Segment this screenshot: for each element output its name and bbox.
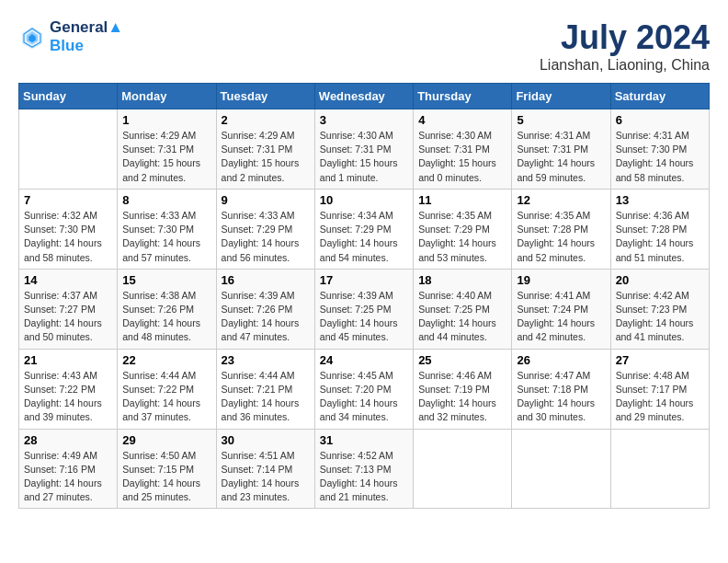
weekday-header: Monday [118,84,216,109]
sunrise: Sunrise: 4:52 AM [320,450,393,461]
day-info: Sunrise: 4:34 AM Sunset: 7:29 PM Dayligh… [320,209,408,265]
calendar-cell: 2 Sunrise: 4:29 AM Sunset: 7:31 PM Dayli… [216,109,314,190]
calendar-cell: 25 Sunrise: 4:46 AM Sunset: 7:19 PM Dayl… [414,349,512,429]
daylight: Daylight: 14 hours and 58 minutes. [616,157,694,182]
day-info: Sunrise: 4:51 AM Sunset: 7:14 PM Dayligh… [222,449,310,505]
sunset: Sunset: 7:30 PM [24,224,96,235]
calendar-cell: 26 Sunrise: 4:47 AM Sunset: 7:18 PM Dayl… [512,349,610,429]
sunset: Sunset: 7:15 PM [122,464,194,475]
day-info: Sunrise: 4:43 AM Sunset: 7:22 PM Dayligh… [24,369,112,425]
day-number: 11 [418,193,506,207]
day-info: Sunrise: 4:40 AM Sunset: 7:25 PM Dayligh… [418,289,506,345]
weekday-header: Thursday [414,84,512,109]
sunset: Sunset: 7:25 PM [418,304,490,315]
sunrise: Sunrise: 4:39 AM [222,290,295,301]
calendar-cell: 14 Sunrise: 4:37 AM Sunset: 7:27 PM Dayl… [19,269,118,349]
sunrise: Sunrise: 4:37 AM [24,290,97,301]
sunrise: Sunrise: 4:29 AM [222,130,295,141]
sunset: Sunset: 7:22 PM [24,384,96,395]
daylight: Daylight: 14 hours and 21 minutes. [320,477,398,502]
day-info: Sunrise: 4:32 AM Sunset: 7:30 PM Dayligh… [24,209,112,265]
calendar-cell: 28 Sunrise: 4:49 AM Sunset: 7:16 PM Dayl… [19,429,118,509]
day-info: Sunrise: 4:36 AM Sunset: 7:28 PM Dayligh… [616,209,704,265]
day-info: Sunrise: 4:42 AM Sunset: 7:23 PM Dayligh… [616,289,704,345]
daylight: Daylight: 14 hours and 45 minutes. [320,317,398,342]
calendar-cell: 30 Sunrise: 4:51 AM Sunset: 7:14 PM Dayl… [216,429,314,509]
sunset: Sunset: 7:27 PM [24,304,96,315]
daylight: Daylight: 14 hours and 57 minutes. [122,237,200,262]
sunrise: Sunrise: 4:35 AM [418,210,492,221]
daylight: Daylight: 14 hours and 23 minutes. [222,477,300,502]
day-number: 22 [122,353,210,367]
sunrise: Sunrise: 4:39 AM [320,290,393,301]
sunset: Sunset: 7:21 PM [222,384,293,395]
daylight: Daylight: 14 hours and 52 minutes. [517,237,595,262]
day-info: Sunrise: 4:46 AM Sunset: 7:19 PM Dayligh… [418,369,506,425]
sunset: Sunset: 7:28 PM [616,224,688,235]
sunrise: Sunrise: 4:45 AM [320,370,393,381]
sunrise: Sunrise: 4:36 AM [616,210,689,221]
day-number: 8 [122,193,210,207]
sunset: Sunset: 7:22 PM [122,384,194,395]
day-number: 15 [122,273,210,287]
daylight: Daylight: 15 hours and 1 minute. [320,157,398,182]
daylight: Daylight: 14 hours and 36 minutes. [222,397,300,422]
sunrise: Sunrise: 4:42 AM [616,290,689,301]
sunrise: Sunrise: 4:41 AM [517,290,590,301]
daylight: Daylight: 14 hours and 58 minutes. [24,237,102,262]
daylight: Daylight: 14 hours and 39 minutes. [24,397,102,422]
day-number: 17 [320,273,408,287]
sunrise: Sunrise: 4:33 AM [222,210,295,221]
sunset: Sunset: 7:29 PM [222,224,293,235]
logo: General▲ Blue [18,18,123,55]
day-number: 9 [222,193,310,207]
day-number: 16 [222,273,310,287]
calendar-cell: 19 Sunrise: 4:41 AM Sunset: 7:24 PM Dayl… [512,269,610,349]
daylight: Daylight: 14 hours and 48 minutes. [122,317,200,342]
daylight: Daylight: 14 hours and 42 minutes. [517,317,595,342]
location: Lianshan, Liaoning, China [540,57,710,74]
calendar-week-row: 14 Sunrise: 4:37 AM Sunset: 7:27 PM Dayl… [19,269,710,349]
sunrise: Sunrise: 4:48 AM [616,370,689,381]
sunrise: Sunrise: 4:46 AM [418,370,492,381]
day-info: Sunrise: 4:39 AM Sunset: 7:25 PM Dayligh… [320,289,408,345]
title-area: July 2024 Lianshan, Liaoning, China [540,18,710,74]
daylight: Daylight: 14 hours and 51 minutes. [616,237,694,262]
day-number: 6 [616,113,704,127]
sunset: Sunset: 7:19 PM [418,384,490,395]
day-info: Sunrise: 4:29 AM Sunset: 7:31 PM Dayligh… [122,129,210,185]
sunrise: Sunrise: 4:30 AM [320,130,393,141]
day-info: Sunrise: 4:33 AM Sunset: 7:30 PM Dayligh… [122,209,210,265]
calendar-cell: 23 Sunrise: 4:44 AM Sunset: 7:21 PM Dayl… [216,349,314,429]
sunrise: Sunrise: 4:31 AM [616,130,689,141]
day-number: 21 [24,353,112,367]
day-info: Sunrise: 4:45 AM Sunset: 7:20 PM Dayligh… [320,369,408,425]
sunrise: Sunrise: 4:38 AM [122,290,196,301]
sunrise: Sunrise: 4:50 AM [122,450,196,461]
calendar-cell: 17 Sunrise: 4:39 AM Sunset: 7:25 PM Dayl… [314,269,413,349]
calendar-cell: 7 Sunrise: 4:32 AM Sunset: 7:30 PM Dayli… [19,189,118,269]
day-info: Sunrise: 4:38 AM Sunset: 7:26 PM Dayligh… [122,289,210,345]
logo-icon [18,23,46,51]
daylight: Daylight: 14 hours and 54 minutes. [320,237,398,262]
day-number: 20 [616,273,704,287]
sunrise: Sunrise: 4:34 AM [320,210,393,221]
day-info: Sunrise: 4:49 AM Sunset: 7:16 PM Dayligh… [24,449,112,505]
calendar-week-row: 1 Sunrise: 4:29 AM Sunset: 7:31 PM Dayli… [19,109,710,190]
sunrise: Sunrise: 4:47 AM [517,370,590,381]
day-info: Sunrise: 4:30 AM Sunset: 7:31 PM Dayligh… [320,129,408,185]
calendar-table: SundayMondayTuesdayWednesdayThursdayFrid… [18,83,710,509]
day-info: Sunrise: 4:29 AM Sunset: 7:31 PM Dayligh… [222,129,310,185]
sunset: Sunset: 7:18 PM [517,384,588,395]
calendar-cell: 21 Sunrise: 4:43 AM Sunset: 7:22 PM Dayl… [19,349,118,429]
sunrise: Sunrise: 4:35 AM [517,210,590,221]
sunrise: Sunrise: 4:51 AM [222,450,295,461]
day-number: 30 [222,433,310,447]
calendar-cell: 5 Sunrise: 4:31 AM Sunset: 7:31 PM Dayli… [512,109,610,190]
sunset: Sunset: 7:28 PM [517,224,588,235]
daylight: Daylight: 15 hours and 0 minutes. [418,157,496,182]
day-number: 24 [320,353,408,367]
day-number: 31 [320,433,408,447]
calendar-cell: 27 Sunrise: 4:48 AM Sunset: 7:17 PM Dayl… [610,349,709,429]
day-info: Sunrise: 4:44 AM Sunset: 7:22 PM Dayligh… [122,369,210,425]
